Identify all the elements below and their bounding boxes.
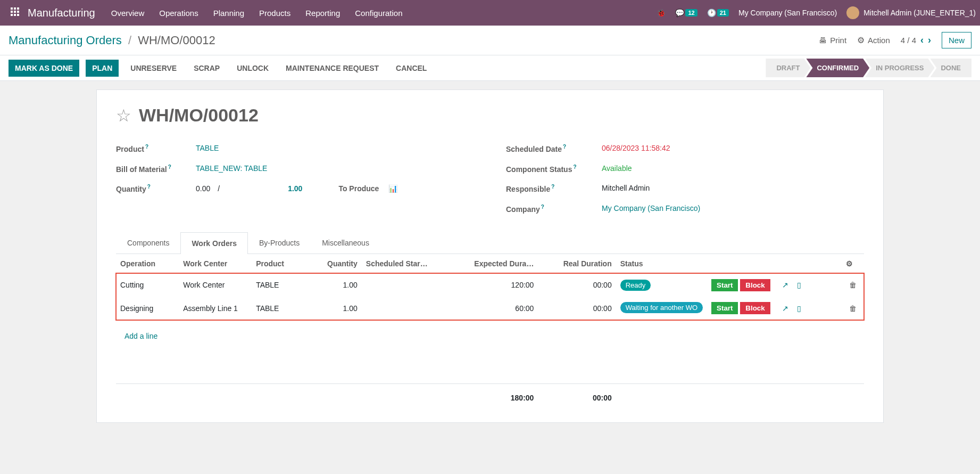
status-bar: DRAFT CONFIRMED IN PROGRESS DONE xyxy=(766,59,971,77)
help-icon[interactable]: ? xyxy=(573,164,576,170)
trash-icon[interactable]: 🗑 xyxy=(849,304,857,313)
company-switcher[interactable]: My Company (San Francisco) xyxy=(738,9,837,17)
status-in-progress[interactable]: IN PROGRESS xyxy=(865,59,934,77)
scrap-button[interactable]: SCRAP xyxy=(188,60,225,77)
status-confirmed[interactable]: CONFIRMED xyxy=(806,59,869,77)
bug-icon[interactable]: 🐞 xyxy=(657,9,666,17)
footer-expected: 180:00 xyxy=(435,384,538,408)
work-orders-table: Operation Work Center Product Quantity S… xyxy=(116,254,864,408)
nav-reporting[interactable]: Reporting xyxy=(305,9,340,18)
print-icon: 🖶 xyxy=(819,36,827,45)
external-link-icon[interactable]: ↗ xyxy=(782,304,788,313)
value-scheduled[interactable]: 06/28/2023 11:58:42 xyxy=(602,144,864,153)
label-scheduled: Scheduled Date? xyxy=(506,144,602,153)
field-responsible: Responsible? Mitchell Admin xyxy=(506,178,864,199)
cell-operation: Designing xyxy=(116,297,179,320)
settings-icon[interactable]: ⚙ xyxy=(846,259,853,268)
mark-done-button[interactable]: MARK AS DONE xyxy=(9,60,79,77)
table-footer: 180:00 00:00 xyxy=(116,384,864,408)
start-button[interactable]: Start xyxy=(711,279,738,291)
cell-work-center: Assembly Line 1 xyxy=(179,297,252,320)
user-menu[interactable]: Mitchell Admin (JUNE_ENTER_1) xyxy=(846,6,976,19)
status-draft[interactable]: DRAFT xyxy=(766,59,810,77)
value-bom[interactable]: TABLE_NEW: TABLE xyxy=(196,164,474,174)
pager-next[interactable]: › xyxy=(928,35,931,46)
messages-icon[interactable]: 💬12 xyxy=(675,9,697,17)
qty-total[interactable]: 1.00 xyxy=(288,184,302,193)
action-button[interactable]: ⚙Action xyxy=(857,35,890,45)
col-scheduled-start[interactable]: Scheduled Star… xyxy=(362,254,435,274)
col-real-duration[interactable]: Real Duration xyxy=(538,254,616,274)
tablet-icon[interactable]: ▯ xyxy=(797,304,801,313)
value-company[interactable]: My Company (San Francisco) xyxy=(602,204,864,214)
field-product: Product? TABLE xyxy=(116,138,474,159)
status-done[interactable]: DONE xyxy=(930,59,971,77)
table-row[interactable]: Cutting Work Center TABLE 1.00 120:00 00… xyxy=(116,273,864,297)
cancel-button[interactable]: CANCEL xyxy=(391,60,432,77)
col-expected-duration[interactable]: Expected Dura… xyxy=(435,254,538,274)
start-button[interactable]: Start xyxy=(711,302,738,314)
app-title[interactable]: Manufacturing xyxy=(28,7,95,19)
col-product[interactable]: Product xyxy=(252,254,314,274)
help-icon[interactable]: ? xyxy=(541,204,544,210)
pager-prev[interactable]: ‹ xyxy=(920,35,924,46)
breadcrumb-root[interactable]: Manufacturing Orders xyxy=(9,34,122,47)
cell-row-icons: ↗ ▯ xyxy=(775,297,842,320)
col-work-center[interactable]: Work Center xyxy=(179,254,252,274)
block-button[interactable]: Block xyxy=(740,279,770,291)
help-icon[interactable]: ? xyxy=(563,144,566,150)
tab-components[interactable]: Components xyxy=(116,232,180,254)
plan-button[interactable]: PLAN xyxy=(86,60,119,77)
value-responsible[interactable]: Mitchell Admin xyxy=(602,184,864,193)
add-line-button[interactable]: Add a line xyxy=(120,325,860,347)
form-grid: Product? TABLE Bill of Material? TABLE_N… xyxy=(116,138,864,219)
nav-configuration[interactable]: Configuration xyxy=(355,9,402,18)
nav-overview[interactable]: Overview xyxy=(111,9,145,18)
tabs: Components Work Orders By-Products Misce… xyxy=(116,232,864,254)
activities-badge: 21 xyxy=(717,9,729,17)
star-icon[interactable]: ☆ xyxy=(116,105,131,126)
breadcrumb: Manufacturing Orders / WH/MO/00012 xyxy=(9,34,215,47)
unreserve-button[interactable]: UNRESERVE xyxy=(125,60,182,77)
value-product[interactable]: TABLE xyxy=(196,144,474,153)
nav-planning[interactable]: Planning xyxy=(213,9,244,18)
unlock-button[interactable]: UNLOCK xyxy=(231,60,274,77)
activities-icon[interactable]: 🕐21 xyxy=(707,9,729,17)
tab-by-products[interactable]: By-Products xyxy=(248,232,311,254)
label-quantity: Quantity? xyxy=(116,184,196,193)
title-row: ☆ WH/MO/00012 xyxy=(116,105,864,126)
trash-icon[interactable]: 🗑 xyxy=(849,281,857,289)
tab-miscellaneous[interactable]: Miscellaneous xyxy=(311,232,380,254)
print-button[interactable]: 🖶Print xyxy=(819,36,846,45)
apps-icon[interactable] xyxy=(11,7,21,18)
chart-icon[interactable]: 📊 xyxy=(388,184,397,193)
messages-badge: 12 xyxy=(685,9,697,17)
cell-scheduled-start xyxy=(362,273,435,297)
col-actions xyxy=(707,254,775,274)
tablet-icon[interactable]: ▯ xyxy=(797,281,801,289)
breadcrumb-bar: Manufacturing Orders / WH/MO/00012 🖶Prin… xyxy=(0,26,980,55)
external-link-icon[interactable]: ↗ xyxy=(782,281,788,289)
tab-work-orders[interactable]: Work Orders xyxy=(180,232,248,254)
field-component-status: Component Status? Available xyxy=(506,159,864,179)
qty-sep: / xyxy=(218,184,220,193)
cell-actions: Start Block xyxy=(707,297,775,320)
help-icon[interactable]: ? xyxy=(168,164,171,170)
maintenance-button[interactable]: MAINTENANCE REQUEST xyxy=(280,60,384,77)
col-status[interactable]: Status xyxy=(616,254,707,274)
block-button[interactable]: Block xyxy=(740,302,770,314)
help-icon[interactable]: ? xyxy=(147,184,151,190)
label-product: Product? xyxy=(116,144,196,153)
breadcrumb-actions: 🖶Print ⚙Action 4 / 4 ‹ › New xyxy=(819,32,971,48)
nav-operations[interactable]: Operations xyxy=(159,9,198,18)
col-quantity[interactable]: Quantity xyxy=(314,254,362,274)
help-icon[interactable]: ? xyxy=(551,184,554,190)
table-row[interactable]: Designing Assembly Line 1 TABLE 1.00 60:… xyxy=(116,297,864,320)
user-name: Mitchell Admin (JUNE_ENTER_1) xyxy=(863,9,976,17)
new-button[interactable]: New xyxy=(942,32,971,48)
col-settings[interactable]: ⚙ xyxy=(842,254,864,274)
col-operation[interactable]: Operation xyxy=(116,254,179,274)
nav-products[interactable]: Products xyxy=(259,9,290,18)
help-icon[interactable]: ? xyxy=(145,144,148,150)
qty-done[interactable]: 0.00 xyxy=(196,184,210,193)
